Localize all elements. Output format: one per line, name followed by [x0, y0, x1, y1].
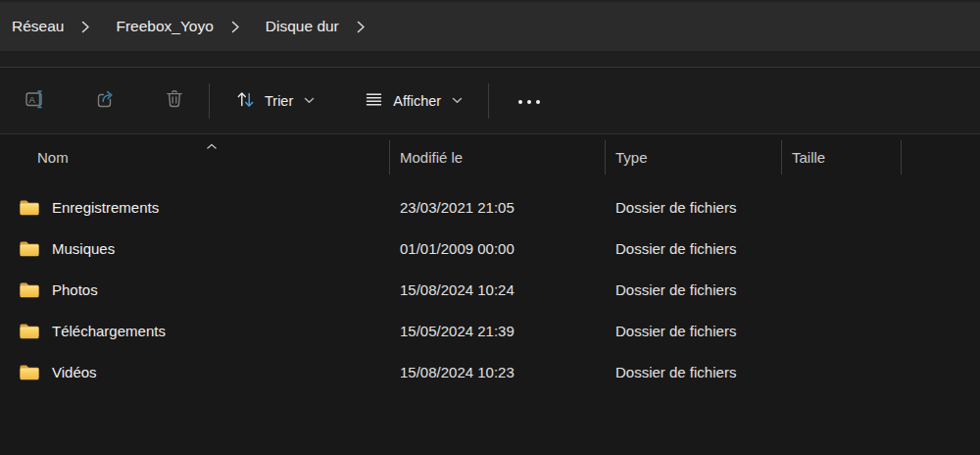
column-header-size[interactable]: Taille	[782, 135, 902, 178]
sort-button[interactable]: Trier	[222, 81, 327, 121]
breadcrumb-item-disque-dur[interactable]: Disque dur	[264, 13, 341, 40]
ellipsis-icon	[516, 93, 542, 108]
svg-text:A: A	[28, 94, 35, 105]
command-bar: A	[0, 67, 980, 134]
chevron-down-icon	[304, 97, 315, 104]
toolbar-separator	[488, 83, 489, 119]
column-headers: Nom Modifié le Type Taille	[0, 135, 980, 178]
file-type: Dossier de fichiers	[606, 240, 782, 257]
folder-icon	[20, 240, 39, 257]
folder-icon	[20, 364, 39, 380]
column-divider[interactable]	[901, 140, 902, 175]
rename-button[interactable]: A	[14, 81, 57, 121]
column-header-modified[interactable]: Modifié le	[390, 135, 606, 178]
file-modified-date: 15/05/2024 21:39	[390, 323, 606, 339]
share-button[interactable]	[83, 81, 126, 121]
column-header-label: Taille	[792, 149, 825, 166]
breadcrumb-item-freebox-yoyo[interactable]: Freebox_Yoyo	[114, 13, 215, 40]
file-modified-date: 23/03/2021 21:05	[390, 199, 606, 216]
table-row[interactable]: Musiques 01/01/2009 00:00 Dossier de fic…	[0, 228, 980, 269]
rename-icon: A	[24, 88, 46, 113]
column-header-label: Modifié le	[400, 149, 463, 166]
column-header-name[interactable]: Nom	[0, 135, 390, 178]
table-row[interactable]: Photos 15/08/2024 10:24 Dossier de fichi…	[0, 269, 980, 310]
window-background-strip	[0, 51, 980, 67]
file-modified-date: 15/08/2024 10:23	[390, 364, 606, 380]
file-explorer-window: Réseau Freebox_Yoyo Disque dur A	[0, 0, 980, 455]
folder-icon	[20, 323, 39, 339]
file-modified-date: 15/08/2024 10:24	[390, 281, 606, 298]
view-button-label: Afficher	[393, 93, 441, 109]
column-header-label: Type	[615, 149, 648, 166]
view-button[interactable]: Afficher	[351, 81, 475, 121]
file-name: Enregistrements	[52, 199, 159, 216]
file-type: Dossier de fichiers	[606, 199, 782, 216]
chevron-right-icon[interactable]	[231, 17, 240, 36]
sort-button-label: Trier	[265, 93, 293, 109]
file-type: Dossier de fichiers	[606, 281, 782, 298]
file-list: Nom Modifié le Type Taille	[0, 134, 980, 455]
table-row[interactable]: Enregistrements 23/03/2021 21:05 Dossier…	[0, 186, 980, 228]
table-row[interactable]: Téléchargements 15/05/2024 21:39 Dossier…	[0, 310, 980, 351]
file-type: Dossier de fichiers	[606, 364, 782, 380]
file-name: Vidéos	[52, 364, 97, 380]
chevron-right-icon[interactable]	[357, 17, 366, 36]
column-header-type[interactable]: Type	[606, 135, 782, 178]
folder-icon	[20, 281, 39, 298]
file-rows: Enregistrements 23/03/2021 21:05 Dossier…	[0, 186, 980, 392]
breadcrumb: Réseau Freebox_Yoyo Disque dur	[0, 0, 980, 51]
chevron-down-icon	[452, 97, 463, 104]
trash-icon	[164, 88, 185, 113]
file-name: Musiques	[52, 240, 115, 257]
toolbar-separator	[209, 83, 210, 119]
delete-button[interactable]	[153, 81, 196, 121]
table-row[interactable]: Vidéos 15/08/2024 10:23 Dossier de fichi…	[0, 351, 980, 392]
more-options-button[interactable]	[502, 81, 557, 121]
share-icon	[94, 88, 116, 113]
breadcrumb-item-reseau[interactable]: Réseau	[10, 13, 66, 40]
file-name: Photos	[52, 281, 98, 298]
chevron-right-icon[interactable]	[81, 17, 90, 36]
list-lines-icon	[364, 89, 384, 113]
file-modified-date: 01/01/2009 00:00	[390, 240, 606, 257]
folder-icon	[20, 199, 39, 216]
file-type: Dossier de fichiers	[606, 323, 782, 339]
column-header-label: Nom	[37, 149, 69, 166]
sort-arrows-icon	[235, 89, 256, 113]
file-name: Téléchargements	[52, 323, 166, 339]
